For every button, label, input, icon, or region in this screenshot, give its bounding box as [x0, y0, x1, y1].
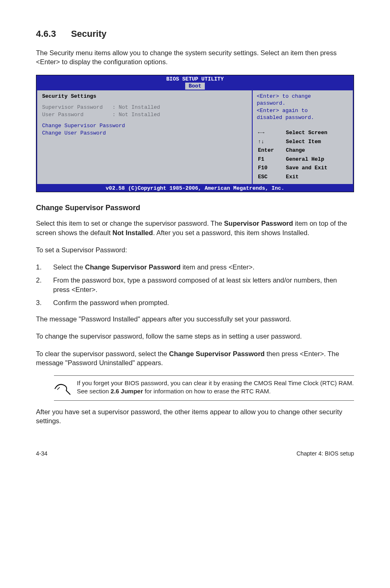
bios-panel-title: Security Settings	[42, 93, 247, 100]
bios-help-text: <Enter> to change password. <Enter> agai…	[257, 93, 349, 121]
key-desc: Select Item	[285, 138, 348, 146]
bios-help-line: <Enter> again to	[257, 107, 349, 114]
step-number: 2.	[36, 276, 53, 294]
text-bold: Change Supervisor Password	[85, 263, 181, 271]
text: Select the	[53, 263, 85, 271]
step-text: Select the Change Supervisor Password it…	[53, 263, 254, 272]
bios-help-line: disabled password.	[257, 114, 349, 121]
bios-help-line: <Enter> to change	[257, 93, 349, 100]
note-icon	[54, 379, 77, 397]
bios-row-value: : Not Installed	[112, 112, 160, 118]
intro-paragraph: The Security menu items allow you to cha…	[36, 48, 354, 67]
bios-right-panel: <Enter> to change password. <Enter> agai…	[252, 90, 354, 185]
paragraph: To clear the supervisor password, select…	[36, 349, 354, 368]
section-title: Security	[71, 29, 107, 39]
key-desc: Select Screen	[285, 129, 348, 137]
bios-tab-boot: Boot	[185, 82, 205, 90]
key-desc: General Help	[285, 155, 348, 164]
text-bold: Change Supervisor Password	[169, 350, 265, 357]
key-desc: Exit	[285, 173, 348, 181]
bios-screenshot: BIOS SETUP UTILITY Boot Security Setting…	[36, 75, 354, 193]
steps-list: 1. Select the Change Supervisor Password…	[36, 263, 354, 307]
chapter-label: Chapter 4: BIOS setup	[296, 450, 354, 457]
key-symbol: F1	[258, 155, 285, 164]
text-bold: 2.6 Jumper	[111, 388, 143, 395]
paragraph: Select this item to set or change the su…	[36, 219, 354, 237]
key-symbol: F10	[258, 164, 285, 172]
bios-row: Supervisor Password : Not Installed	[42, 104, 247, 111]
section-heading: 4.6.3 Security	[36, 29, 354, 39]
bios-help-line: password.	[257, 100, 349, 107]
bios-key-legend: ←→Select Screen ↑↓Select Item EnterChang…	[257, 128, 349, 182]
paragraph: To set a Supervisor Password:	[36, 245, 354, 254]
note-box: If you forget your BIOS password, you ca…	[54, 375, 354, 401]
page-number: 4-34	[36, 450, 47, 457]
bios-header: BIOS SETUP UTILITY Boot	[36, 75, 354, 90]
bios-row: User Password : Not Installed	[42, 111, 247, 119]
list-item: 1. Select the Change Supervisor Password…	[36, 263, 354, 272]
bios-footer: v02.58 (C)Copyright 1985-2006, American …	[36, 185, 354, 192]
key-desc: Save and Exit	[285, 164, 348, 172]
paragraph: The message "Password Installed" appears…	[36, 314, 354, 323]
key-symbol: ←→	[258, 129, 285, 137]
step-number: 1.	[36, 263, 53, 272]
page-footer: 4-34 Chapter 4: BIOS setup	[36, 450, 354, 457]
list-item: 2. From the password box, type a passwor…	[36, 276, 354, 294]
key-symbol: ↑↓	[258, 138, 285, 146]
text-bold: Not Installed	[112, 229, 153, 236]
text: To clear the supervisor password, select…	[36, 350, 169, 357]
bios-row-value: : Not Installed	[112, 104, 160, 110]
text-bold: Supervisor Password	[224, 220, 293, 227]
subheading: Change Supervisor Password	[36, 204, 354, 212]
note-text: If you forget your BIOS password, you ca…	[77, 379, 354, 395]
text: item and press <Enter>.	[181, 263, 255, 271]
bios-row-label: User Password	[42, 112, 83, 118]
step-number: 3.	[36, 298, 53, 307]
bios-row-label: Supervisor Password	[42, 104, 103, 110]
text: for information on how to erase the RTC …	[143, 388, 271, 395]
text: . After you set a password, this item sh…	[153, 229, 309, 236]
step-text: Confirm the password when prompted.	[53, 298, 169, 307]
paragraph: After you have set a supervisor password…	[36, 407, 354, 426]
list-item: 3. Confirm the password when prompted.	[36, 298, 354, 307]
bios-header-title: BIOS SETUP UTILITY	[36, 76, 354, 82]
key-desc: Change	[285, 146, 348, 155]
section-number: 4.6.3	[36, 29, 56, 39]
key-symbol: Enter	[258, 146, 285, 155]
text: Select this item to set or change the su…	[36, 220, 224, 227]
key-symbol: ESC	[258, 173, 285, 181]
bios-left-panel: Security Settings Supervisor Password : …	[36, 90, 252, 185]
step-text: From the password box, type a password c…	[53, 276, 354, 294]
paragraph: To change the supervisor password, follo…	[36, 332, 354, 341]
bios-action: Change Supervisor Password	[42, 122, 247, 130]
bios-action: Change User Password	[42, 130, 247, 137]
